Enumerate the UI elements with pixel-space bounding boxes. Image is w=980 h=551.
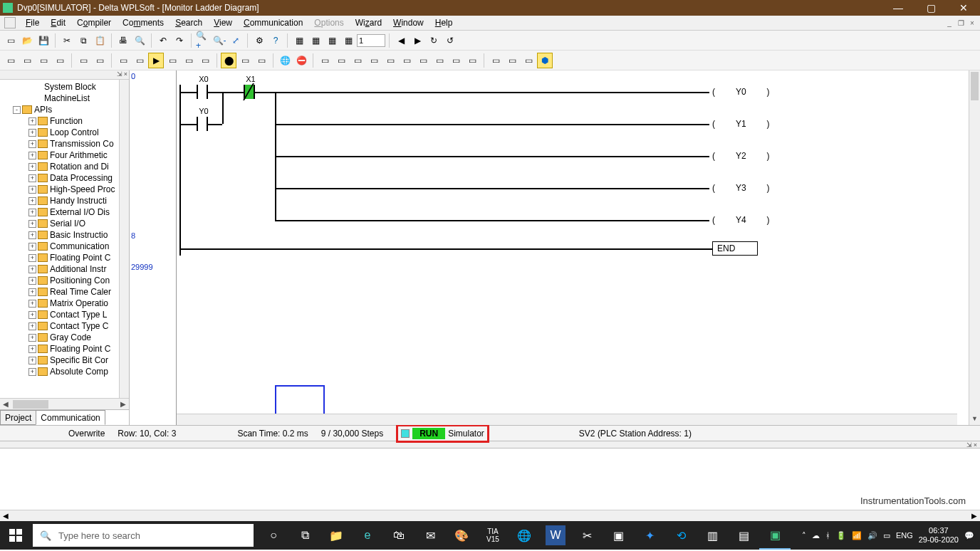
menu-compiler[interactable]: Compiler	[71, 16, 117, 29]
tb2-g[interactable]: ▭	[115, 53, 131, 68]
tree-vscrollbar[interactable]	[119, 80, 129, 398]
tb-address-field[interactable]	[357, 34, 385, 47]
tb-zoom-out[interactable]: 🔍-	[212, 33, 227, 48]
tab-communication[interactable]: Communication	[36, 410, 105, 425]
output-close-icon[interactable]: ×	[974, 441, 977, 448]
tab-project[interactable]: Project	[0, 410, 36, 425]
task-word[interactable]: W	[546, 525, 565, 545]
tb2-k[interactable]: ▭	[197, 53, 213, 68]
tb2-a[interactable]: ▭	[3, 53, 19, 68]
tree-api-20[interactable]: +Floating Point C	[0, 343, 129, 355]
tree-expander[interactable]: +	[28, 334, 36, 342]
tree-expander[interactable]: +	[28, 140, 36, 148]
tree-api-8[interactable]: +External I/O Dis	[0, 206, 129, 218]
mdi-close[interactable]: ×	[967, 18, 977, 28]
output-pin-icon[interactable]: ⇲	[966, 441, 972, 448]
tb2-n2[interactable]: ▭	[333, 53, 349, 68]
tray-battery-icon[interactable]: 🔋	[836, 531, 846, 540]
tb2-h[interactable]: ▭	[132, 53, 147, 68]
tree-expander[interactable]: +	[28, 152, 36, 159]
menu-comments[interactable]: Comments	[117, 16, 170, 29]
menu-view[interactable]: View	[208, 16, 238, 29]
tree-expander[interactable]: +	[28, 277, 36, 285]
menu-edit[interactable]: Edit	[45, 16, 71, 29]
tree-api-7[interactable]: +Handy Instructi	[0, 195, 129, 206]
tree-api-6[interactable]: +High-Speed Proc	[0, 184, 129, 195]
tree-api-12[interactable]: +Floating Point C	[0, 252, 129, 263]
tray-lang[interactable]: ENG	[896, 531, 913, 540]
tb2-c[interactable]: ▭	[36, 53, 51, 68]
menu-window[interactable]: Window	[387, 16, 429, 29]
task-explorer[interactable]: 📁	[320, 521, 352, 550]
ladder-vscrollbar[interactable]: ▲ ▼	[969, 70, 980, 425]
tb-redo[interactable]: ↷	[172, 33, 187, 48]
task-tia[interactable]: TIAV15	[477, 521, 509, 550]
tb-misc[interactable]: ↺	[442, 33, 458, 48]
task-chrome[interactable]: 🌐	[509, 521, 540, 550]
tb-copy[interactable]: ⧉	[75, 33, 91, 48]
tb2-online-toggle[interactable]: ⬤	[221, 53, 236, 68]
tb2-n4[interactable]: ▭	[366, 53, 382, 68]
tree-expander[interactable]: +	[28, 231, 36, 239]
maximize-button[interactable]: ▢	[914, 0, 947, 16]
menu-search[interactable]: Search	[170, 16, 208, 29]
tb-step-prev[interactable]: ◀	[393, 33, 409, 48]
tb-help[interactable]: ?	[268, 33, 283, 48]
tb2-n3[interactable]: ▭	[350, 53, 365, 68]
tb-save[interactable]: 💾	[36, 33, 51, 48]
system-tray[interactable]: ˄ ☁ ᚼ 🔋 📶 🔊 ▭ ENG 06:37 29-06-2020 💬	[796, 526, 980, 545]
tree-expander[interactable]: +	[28, 311, 36, 319]
tb2-n1[interactable]: ▭	[317, 53, 333, 68]
tb-open[interactable]: 📂	[19, 33, 35, 48]
tree-expander[interactable]: +	[28, 368, 36, 376]
task-cortana[interactable]: ○	[258, 521, 289, 550]
task-taskview[interactable]: ⧉	[289, 521, 320, 550]
tb-grp-b[interactable]: ▦	[308, 33, 323, 48]
tb-find[interactable]: 🔍	[132, 33, 147, 48]
contact-y0[interactable]	[197, 117, 208, 131]
task-store[interactable]: 🛍	[383, 521, 415, 550]
tray-clock[interactable]: 06:37 29-06-2020	[919, 526, 959, 545]
tb-cut[interactable]: ✂	[59, 33, 75, 48]
tree-api-13[interactable]: +Additional Instr	[0, 263, 129, 275]
task-teamviewer[interactable]: ⟲	[665, 521, 697, 550]
task-app3[interactable]: ▥	[697, 521, 728, 550]
tray-cloud-icon[interactable]: ☁	[812, 531, 820, 540]
tb2-n6[interactable]: ▭	[399, 53, 415, 68]
tb-print[interactable]: 🖶	[115, 33, 131, 48]
task-edge[interactable]: e	[352, 521, 383, 550]
menu-help[interactable]: Help	[429, 16, 459, 29]
start-button[interactable]	[0, 521, 31, 550]
task-snip[interactable]: ✂	[571, 521, 603, 550]
tree-expander[interactable]: +	[28, 209, 36, 216]
tb2-l[interactable]: ▭	[237, 53, 253, 68]
tb-grp-a[interactable]: ▦	[291, 33, 307, 48]
tree-api-21[interactable]: +Specific Bit Cor	[0, 355, 129, 366]
tree-close-icon[interactable]: ×	[124, 70, 127, 79]
contact-x1[interactable]	[244, 85, 255, 99]
tray-wifi-icon[interactable]: 📶	[852, 531, 862, 540]
tree-expander[interactable]: +	[28, 197, 36, 205]
tb2-n10[interactable]: ▭	[464, 53, 480, 68]
tree-expander[interactable]: +	[28, 345, 36, 353]
tb-options[interactable]: ⚙	[251, 33, 267, 48]
tree-api-16[interactable]: +Matrix Operatio	[0, 298, 129, 309]
tree-api-17[interactable]: +Contact Type L	[0, 309, 129, 320]
tb-undo[interactable]: ↶	[155, 33, 171, 48]
tree-system-block[interactable]: System Block	[0, 81, 129, 93]
output-hscrollbar[interactable]: ◀▶	[0, 510, 980, 521]
menu-communication[interactable]: Communication	[238, 16, 308, 29]
tree-expander[interactable]: +	[28, 163, 36, 171]
mdi-restore[interactable]: ❐	[956, 18, 966, 28]
tb2-f[interactable]: ▭	[92, 53, 108, 68]
tree-api-0[interactable]: +Function	[0, 115, 129, 127]
task-mail[interactable]: ✉	[415, 521, 446, 550]
tree-api-22[interactable]: +Absolute Comp	[0, 366, 129, 377]
menu-file[interactable]: File	[20, 16, 45, 29]
tree-api-10[interactable]: +Basic Instructio	[0, 229, 129, 241]
ladder-editor[interactable]: 0 8 29999 X0 X1 Y0	[130, 70, 980, 425]
tree-api-15[interactable]: +Real Time Caler	[0, 286, 129, 298]
tree-api-19[interactable]: +Gray Code	[0, 332, 129, 343]
tree-api-18[interactable]: +Contact Type C	[0, 320, 129, 332]
tree-expander[interactable]: +	[28, 300, 36, 308]
